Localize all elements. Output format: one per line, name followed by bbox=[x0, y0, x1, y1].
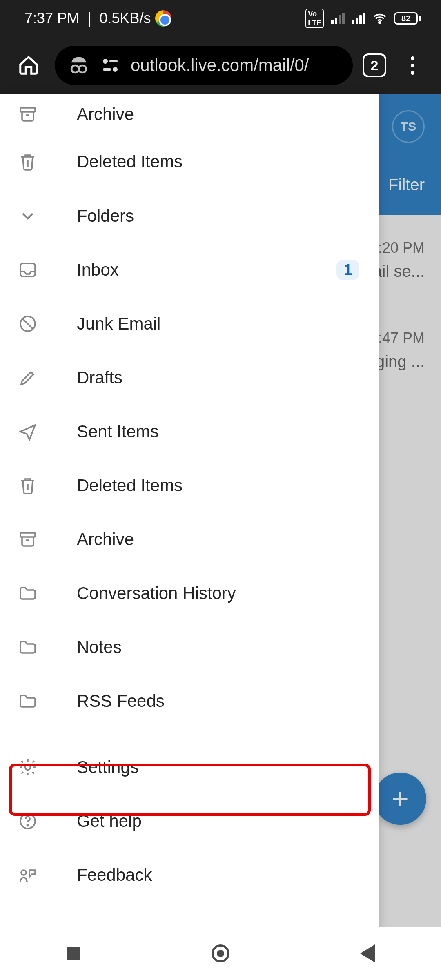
junk-icon bbox=[18, 314, 38, 334]
url-text: outlook.live.com/mail/0/ bbox=[131, 56, 309, 75]
sidebar-item-deleted[interactable]: Deleted Items bbox=[0, 135, 379, 189]
home-nav-button[interactable] bbox=[206, 939, 235, 968]
status-bar: 7:37 PM | 0.5KB/s VoLTE 82 bbox=[0, 0, 441, 37]
archive-icon bbox=[18, 105, 38, 124]
status-time: 7:37 PM bbox=[24, 10, 79, 27]
tabs-button[interactable]: 2 bbox=[363, 53, 386, 77]
svg-point-11 bbox=[25, 765, 31, 770]
sent-icon bbox=[18, 422, 38, 441]
inbox-icon bbox=[18, 260, 38, 280]
svg-point-0 bbox=[379, 22, 381, 23]
sidebar-item-notes[interactable]: Notes bbox=[0, 620, 379, 674]
sidebar-item-archive-2[interactable]: Archive bbox=[0, 512, 379, 566]
sidebar-item-deleted-2[interactable]: Deleted Items bbox=[0, 459, 379, 512]
sidebar-item-junk[interactable]: Junk Email bbox=[0, 297, 379, 351]
sidebar-item-rss-feeds[interactable]: RSS Feeds bbox=[0, 674, 379, 728]
unread-badge: 1 bbox=[336, 260, 359, 280]
sidebar-item-label: Conversation History bbox=[77, 584, 379, 603]
svg-rect-10 bbox=[20, 533, 35, 537]
folder-icon bbox=[18, 637, 38, 657]
sidebar-item-sent[interactable]: Sent Items bbox=[0, 405, 379, 459]
svg-point-14 bbox=[21, 870, 26, 875]
chrome-icon bbox=[155, 10, 172, 27]
trash-icon bbox=[18, 476, 38, 495]
wifi-icon bbox=[373, 11, 387, 25]
svg-rect-4 bbox=[109, 60, 118, 62]
battery-icon: 82 bbox=[394, 12, 421, 24]
svg-point-13 bbox=[27, 824, 28, 826]
svg-point-2 bbox=[79, 65, 86, 73]
sidebar-item-feedback[interactable]: Feedback bbox=[0, 848, 379, 902]
sidebar-item-drafts[interactable]: Drafts bbox=[0, 351, 379, 405]
sidebar-item-label: Junk Email bbox=[77, 314, 379, 334]
svg-point-5 bbox=[113, 67, 118, 72]
svg-point-3 bbox=[103, 59, 108, 64]
folders-header-label: Folders bbox=[77, 206, 379, 226]
sidebar-item-label: Settings bbox=[77, 757, 379, 777]
sidebar-item-archive[interactable]: Archive bbox=[0, 94, 379, 135]
status-netspeed: 0.5KB/s bbox=[99, 10, 151, 27]
sidebar-item-get-help[interactable]: Get help bbox=[0, 794, 379, 848]
sidebar-item-label: Drafts bbox=[77, 368, 379, 388]
sidebar-item-label: Notes bbox=[77, 637, 379, 657]
chevron-down-icon bbox=[18, 206, 38, 226]
sidebar-item-label: Archive bbox=[77, 530, 379, 549]
sidebar-item-label: Deleted Items bbox=[77, 476, 379, 495]
svg-rect-6 bbox=[103, 68, 111, 71]
signal-icon-1 bbox=[331, 13, 345, 24]
sidebar-item-label: Get help bbox=[77, 811, 379, 831]
folders-header[interactable]: Folders bbox=[0, 189, 379, 243]
android-navbar bbox=[0, 927, 441, 980]
sidebar-item-label: Archive bbox=[77, 105, 379, 124]
folder-icon bbox=[18, 691, 38, 711]
drafts-icon bbox=[18, 368, 38, 388]
gear-icon bbox=[18, 757, 38, 777]
incognito-icon bbox=[68, 54, 90, 76]
sidebar-item-settings[interactable]: Settings bbox=[0, 740, 379, 794]
back-button[interactable] bbox=[353, 939, 382, 968]
signal-icon-2 bbox=[352, 13, 365, 24]
url-bar[interactable]: outlook.live.com/mail/0/ bbox=[55, 46, 353, 85]
feedback-icon bbox=[18, 865, 38, 885]
home-button[interactable] bbox=[12, 49, 45, 82]
sidebar-item-inbox[interactable]: Inbox 1 bbox=[0, 243, 379, 297]
help-icon bbox=[18, 811, 38, 831]
browser-bar: outlook.live.com/mail/0/ 2 bbox=[0, 37, 441, 94]
site-settings-icon bbox=[100, 56, 120, 75]
archive-icon bbox=[18, 530, 38, 549]
svg-rect-7 bbox=[20, 108, 35, 112]
trash-icon bbox=[18, 152, 38, 172]
sidebar-item-label: RSS Feeds bbox=[77, 691, 379, 711]
navigation-drawer: Archive Deleted Items Folders Inbox bbox=[0, 94, 379, 980]
folder-icon bbox=[18, 584, 38, 603]
browser-menu-button[interactable] bbox=[396, 49, 429, 82]
sidebar-item-label: Feedback bbox=[77, 865, 379, 885]
sidebar-item-label: Sent Items bbox=[77, 422, 379, 441]
sidebar-item-label: Deleted Items bbox=[77, 152, 379, 172]
volte-icon: VoLTE bbox=[305, 9, 324, 28]
svg-point-1 bbox=[71, 65, 79, 73]
recents-button[interactable] bbox=[59, 939, 88, 968]
sidebar-item-label: Inbox bbox=[77, 260, 297, 280]
sidebar-item-conversation-history[interactable]: Conversation History bbox=[0, 566, 379, 620]
